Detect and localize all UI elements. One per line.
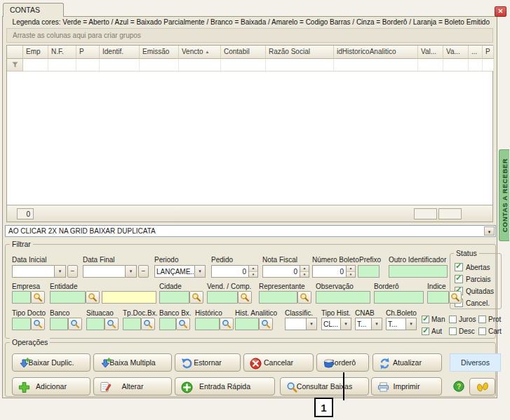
- column-header[interactable]: Contabil▲: [221, 46, 266, 59]
- clear-date-button[interactable]: −: [138, 265, 149, 278]
- historico-input[interactable]: [195, 318, 220, 330]
- classific-combo[interactable]: ▾: [285, 318, 317, 330]
- representante-input[interactable]: [259, 291, 297, 304]
- filter-row-cell[interactable]: [418, 59, 443, 71]
- group-by-panel[interactable]: Arraste as colunas aqui para criar grupo…: [6, 28, 493, 43]
- chevron-down-icon[interactable]: ▾: [340, 318, 351, 330]
- estornar-button[interactable]: Estornar: [175, 353, 241, 372]
- grid-action-hint-combo[interactable]: AO CLICAR 2X NA GRID BAIXAR DUPLICATA ▾: [5, 225, 496, 237]
- tipo-docto-input[interactable]: [12, 318, 31, 330]
- pedido-spinner[interactable]: 0 ▲▼: [211, 265, 258, 278]
- entrada-rapida-button[interactable]: Entrada Rápida: [175, 377, 275, 395]
- flag-checkbox[interactable]: Man: [422, 313, 445, 325]
- filter-row-cell[interactable]: [100, 59, 140, 71]
- prefixo-input[interactable]: [358, 265, 380, 278]
- empresa-lookup-button[interactable]: [31, 291, 45, 304]
- grid-body[interactable]: [7, 72, 492, 205]
- column-header[interactable]: Va...▲: [443, 46, 469, 59]
- checkbox-icon[interactable]: [422, 327, 429, 335]
- cidade-input[interactable]: [159, 291, 189, 304]
- filter-row-cell[interactable]: [469, 59, 483, 71]
- footprints-button[interactable]: [469, 378, 495, 395]
- status-checkbox[interactable]: Abertas: [455, 262, 494, 272]
- filter-row-cell[interactable]: [334, 59, 418, 71]
- observacao-input[interactable]: [316, 291, 370, 304]
- situacao-input[interactable]: [86, 318, 105, 330]
- column-header[interactable]: Emp▲: [23, 46, 48, 59]
- column-header[interactable]: ...▲: [469, 46, 483, 59]
- indice-lookup-button[interactable]: [449, 291, 462, 304]
- periodo-combo[interactable]: LANÇAME... ▾: [154, 265, 206, 278]
- column-header[interactable]: Emissão▲: [140, 46, 179, 59]
- spin-up-icon[interactable]: ▲: [347, 266, 355, 272]
- consultar-baixas-button[interactable]: Consultar Baixas: [280, 377, 369, 395]
- situacao-lookup-button[interactable]: [105, 318, 119, 330]
- filter-row-cell[interactable]: [266, 59, 334, 71]
- hist-analitico-lookup-button[interactable]: [259, 318, 273, 330]
- column-header[interactable]: idHistoricoAnalitico▲: [334, 46, 418, 59]
- atualizar-button[interactable]: Atualizar: [373, 353, 442, 372]
- chevron-down-icon[interactable]: ▾: [306, 318, 316, 330]
- column-header[interactable]: Identif.▲: [100, 46, 140, 59]
- banco-input[interactable]: [50, 318, 68, 330]
- filter-row-cell[interactable]: [140, 59, 179, 71]
- clear-date-button[interactable]: −: [67, 265, 78, 278]
- bordero-input[interactable]: [374, 291, 424, 304]
- chevron-down-icon[interactable]: ▾: [126, 265, 137, 278]
- diversos-panel[interactable]: Diversos: [450, 353, 501, 372]
- nota-fiscal-spinner[interactable]: 0 ▲▼: [262, 265, 309, 278]
- tp-doc-bx-lookup-button[interactable]: [141, 318, 155, 330]
- chevron-down-icon[interactable]: ▾: [405, 318, 416, 330]
- data-inicial-field[interactable]: ▾ −: [12, 265, 78, 278]
- adicionar-button[interactable]: Adicionar: [12, 377, 90, 395]
- ch-boleto-combo[interactable]: T... ▾: [386, 318, 417, 330]
- checkbox-icon[interactable]: [449, 316, 457, 323]
- filter-row-cell[interactable]: [48, 59, 76, 71]
- entidade-name-input[interactable]: [102, 291, 156, 304]
- banco-lookup-button[interactable]: [68, 318, 82, 330]
- checkbox-icon[interactable]: [455, 263, 463, 271]
- tipo-docto-lookup-button[interactable]: [31, 318, 45, 330]
- historico-lookup-button[interactable]: [220, 318, 234, 330]
- filter-row-cell[interactable]: [23, 59, 48, 71]
- vend-comp-lookup-button[interactable]: [238, 291, 252, 304]
- column-header[interactable]: P▲: [483, 46, 494, 59]
- filter-row-cell[interactable]: [76, 59, 100, 71]
- alterar-button[interactable]: Alterar: [93, 377, 172, 395]
- data-final-field[interactable]: ▾ −: [83, 265, 149, 278]
- filter-row-cell[interactable]: [483, 59, 494, 71]
- checkbox-icon[interactable]: [422, 316, 429, 323]
- entidade-input[interactable]: [50, 291, 86, 304]
- outro-identificador-input[interactable]: [389, 265, 448, 278]
- flag-checkbox[interactable]: Prot: [478, 313, 502, 325]
- filter-row-cell[interactable]: [443, 59, 469, 71]
- representante-lookup-button[interactable]: [297, 291, 311, 304]
- empresa-input[interactable]: [12, 291, 31, 304]
- entidade-lookup-button[interactable]: [86, 291, 100, 304]
- banco-bx-input[interactable]: [159, 318, 176, 330]
- bordero-button[interactable]: Borderô: [316, 353, 369, 372]
- flag-checkbox[interactable]: Juros: [449, 313, 476, 325]
- flag-checkbox[interactable]: Aut: [422, 325, 445, 337]
- checkbox-icon[interactable]: [478, 327, 486, 335]
- checkbox-icon[interactable]: [455, 275, 463, 283]
- column-header[interactable]: Val...▲: [418, 46, 443, 59]
- spin-up-icon[interactable]: ▲: [300, 266, 309, 272]
- banco-bx-lookup-button[interactable]: [176, 318, 190, 330]
- chevron-down-icon[interactable]: ▾: [371, 318, 382, 330]
- column-header[interactable]: P▲: [76, 46, 100, 59]
- flag-checkbox[interactable]: Desc: [449, 325, 476, 337]
- vend-comp-input[interactable]: [207, 291, 238, 304]
- column-header[interactable]: N.F.▲: [48, 46, 76, 59]
- close-button[interactable]: ✕: [495, 6, 506, 17]
- spin-down-icon[interactable]: ▼: [300, 272, 309, 278]
- column-header[interactable]: Vencto▲: [179, 46, 221, 59]
- cancelar-button[interactable]: Cancelar: [243, 353, 314, 372]
- flag-checkbox[interactable]: Cart: [478, 325, 502, 337]
- filter-row-cell[interactable]: [221, 59, 266, 71]
- chevron-down-icon[interactable]: ▾: [484, 226, 495, 236]
- spin-up-icon[interactable]: ▲: [249, 266, 257, 272]
- cnab-combo[interactable]: T... ▾: [355, 318, 382, 330]
- spin-down-icon[interactable]: ▼: [347, 272, 355, 278]
- chevron-down-icon[interactable]: ▾: [55, 265, 66, 278]
